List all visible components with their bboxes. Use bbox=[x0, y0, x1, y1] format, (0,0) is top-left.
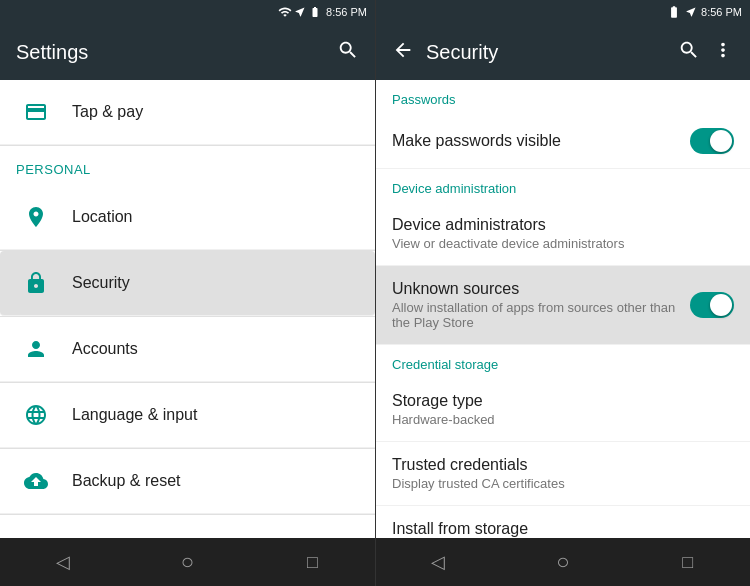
device-admin-section-label: Device administration bbox=[376, 169, 750, 202]
setting-device-administrators[interactable]: Device administrators View or deactivate… bbox=[376, 202, 750, 266]
security-icon bbox=[16, 263, 56, 303]
settings-item-accounts[interactable]: Accounts bbox=[0, 317, 375, 382]
nav-home-left[interactable]: ○ bbox=[164, 538, 212, 586]
nav-back-left[interactable]: ◁ bbox=[39, 538, 87, 586]
device-admin-subtitle: View or deactivate device administrators bbox=[392, 236, 734, 251]
storage-type-title: Storage type bbox=[392, 392, 734, 410]
nav-recent-left[interactable]: □ bbox=[289, 538, 337, 586]
unknown-sources-text: Unknown sources Allow installation of ap… bbox=[392, 280, 678, 330]
backup-icon bbox=[16, 461, 56, 501]
settings-item-security[interactable]: Security bbox=[0, 251, 375, 316]
storage-type-text: Storage type Hardware-backed bbox=[392, 392, 734, 427]
setting-trusted-credentials[interactable]: Trusted credentials Display trusted CA c… bbox=[376, 442, 750, 506]
passwords-section-label: Passwords bbox=[376, 80, 750, 113]
credential-storage-section-label: Credential storage bbox=[376, 345, 750, 378]
trusted-credentials-title: Trusted credentials bbox=[392, 456, 734, 474]
back-button[interactable] bbox=[392, 39, 414, 65]
personal-section-header: Personal bbox=[0, 146, 375, 185]
install-from-storage-title: Install from storage bbox=[392, 520, 734, 538]
right-status-bar: 8:56 PM bbox=[376, 0, 750, 24]
storage-type-subtitle: Hardware-backed bbox=[392, 412, 734, 427]
tap-pay-label: Tap & pay bbox=[72, 103, 143, 121]
settings-item-backup[interactable]: Backup & reset bbox=[0, 449, 375, 514]
right-title: Security bbox=[426, 41, 666, 64]
accounts-label: Accounts bbox=[72, 340, 138, 358]
left-toolbar: Settings bbox=[0, 24, 375, 80]
left-panel: 8:56 PM Settings Tap & pay Personal Loca… bbox=[0, 0, 375, 586]
language-icon bbox=[16, 395, 56, 435]
left-content: Tap & pay Personal Location Security Acc bbox=[0, 80, 375, 538]
nav-back-right[interactable]: ◁ bbox=[414, 538, 462, 586]
trusted-credentials-subtitle: Display trusted CA certificates bbox=[392, 476, 734, 491]
make-passwords-text: Make passwords visible bbox=[392, 132, 678, 150]
status-time-right: 8:56 PM bbox=[701, 6, 742, 18]
make-passwords-toggle-thumb bbox=[710, 130, 732, 152]
accounts-icon bbox=[16, 329, 56, 369]
setting-storage-type[interactable]: Storage type Hardware-backed bbox=[376, 378, 750, 442]
setting-install-from-storage[interactable]: Install from storage Install certificate… bbox=[376, 506, 750, 538]
right-toolbar: Security bbox=[376, 24, 750, 80]
tap-pay-icon bbox=[16, 92, 56, 132]
right-content: Passwords Make passwords visible Device … bbox=[376, 80, 750, 538]
setting-make-passwords-visible[interactable]: Make passwords visible bbox=[376, 113, 750, 169]
make-passwords-toggle[interactable] bbox=[690, 128, 734, 154]
settings-item-tap-pay[interactable]: Tap & pay bbox=[0, 80, 375, 145]
left-bottom-nav: ◁ ○ □ bbox=[0, 538, 375, 586]
divider-6 bbox=[0, 514, 375, 515]
security-label: Security bbox=[72, 274, 130, 292]
language-label: Language & input bbox=[72, 406, 197, 424]
device-admin-text: Device administrators View or deactivate… bbox=[392, 216, 734, 251]
right-bottom-nav: ◁ ○ □ bbox=[376, 538, 750, 586]
setting-unknown-sources[interactable]: Unknown sources Allow installation of ap… bbox=[376, 266, 750, 345]
settings-item-language[interactable]: Language & input bbox=[0, 383, 375, 448]
right-panel: 8:56 PM Security Passwords Make password… bbox=[375, 0, 750, 586]
search-button-left[interactable] bbox=[337, 39, 359, 65]
left-status-bar: 8:56 PM bbox=[0, 0, 375, 24]
device-admin-title: Device administrators bbox=[392, 216, 734, 234]
backup-label: Backup & reset bbox=[72, 472, 181, 490]
location-label: Location bbox=[72, 208, 133, 226]
unknown-sources-subtitle: Allow installation of apps from sources … bbox=[392, 300, 678, 330]
unknown-sources-toggle[interactable] bbox=[690, 292, 734, 318]
make-passwords-title: Make passwords visible bbox=[392, 132, 678, 150]
settings-item-location[interactable]: Location bbox=[0, 185, 375, 250]
unknown-sources-toggle-thumb bbox=[710, 294, 732, 316]
left-title: Settings bbox=[16, 41, 88, 64]
unknown-sources-title: Unknown sources bbox=[392, 280, 678, 298]
search-button-right[interactable] bbox=[678, 39, 700, 65]
location-icon bbox=[16, 197, 56, 237]
nav-home-right[interactable]: ○ bbox=[539, 538, 587, 586]
install-from-storage-text: Install from storage Install certificate… bbox=[392, 520, 734, 538]
status-time-left: 8:56 PM bbox=[326, 6, 367, 18]
nav-recent-right[interactable]: □ bbox=[664, 538, 712, 586]
more-options-button[interactable] bbox=[712, 39, 734, 65]
trusted-credentials-text: Trusted credentials Display trusted CA c… bbox=[392, 456, 734, 491]
